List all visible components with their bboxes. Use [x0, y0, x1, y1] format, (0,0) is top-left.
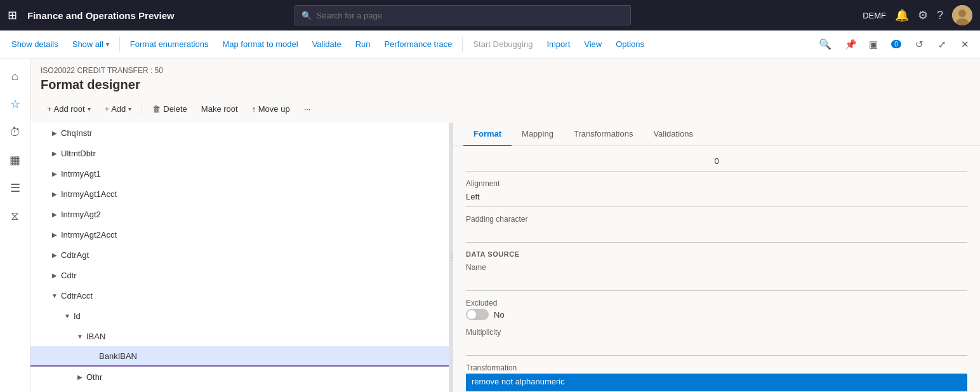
length-value[interactable]: 0	[466, 154, 967, 172]
view-button[interactable]: View	[578, 33, 608, 56]
list-item[interactable]: ▶ ChqInstr	[30, 123, 449, 143]
tab-mapping[interactable]: Mapping	[512, 123, 564, 146]
multiplicity-value[interactable]	[466, 338, 967, 356]
toolbar-separator-1	[119, 37, 120, 52]
name-value[interactable]	[466, 273, 967, 291]
tab-format[interactable]: Format	[463, 123, 512, 146]
validate-button[interactable]: Validate	[306, 33, 348, 56]
sidebar-clock-icon[interactable]: ⏱	[3, 119, 28, 145]
transformation-label: Transformation	[466, 363, 967, 372]
expand-chevron-icon: ▼	[61, 309, 74, 322]
badge-icon[interactable]: 0	[886, 34, 906, 55]
expand-chevron-icon: ▶	[48, 208, 61, 220]
start-debugging-button[interactable]: Start Debugging	[467, 33, 539, 56]
sidebar-filter-icon[interactable]: ⧖	[3, 203, 28, 229]
list-item[interactable]: ▼ CdtrAcct	[30, 285, 449, 306]
list-item[interactable]: ▶ IntrmyAgt1Acct	[30, 184, 449, 204]
add-label: + Add	[105, 104, 126, 114]
detail-body: 0 Alignment Left Padding character DATA …	[453, 146, 980, 392]
content-split: ▶ ChqInstr ▶ UltmtDbtr ▶ IntrmyAgt1 ▶ In…	[30, 123, 980, 392]
delete-button[interactable]: 🗑 Delete	[146, 98, 194, 119]
page-header: ISO20022 CREDIT TRANSFER : 50 Format des…	[30, 58, 980, 95]
sidebar-home-icon[interactable]: ⌂	[3, 64, 28, 89]
make-root-button[interactable]: Make root	[195, 98, 244, 119]
alignment-value[interactable]: Left	[466, 189, 967, 207]
expand-chevron-icon: ▼	[48, 289, 61, 302]
format-enumerations-button[interactable]: Format enumerations	[124, 33, 215, 56]
search-input[interactable]	[317, 11, 624, 20]
alignment-label: Alignment	[466, 179, 967, 188]
list-item[interactable]: ▼ IBAN	[30, 326, 449, 346]
excluded-toggle[interactable]	[466, 309, 489, 320]
excluded-label: Excluded	[466, 299, 967, 308]
list-item[interactable]: ▶ UltmtDbtr	[30, 143, 449, 163]
more-button[interactable]: ···	[298, 98, 317, 119]
sub-separator-1	[142, 102, 142, 115]
map-format-to-model-button[interactable]: Map format to model	[216, 33, 304, 56]
search-bar[interactable]: 🔍	[295, 5, 631, 25]
tree-item-label: BankIBAN	[99, 351, 137, 361]
refresh-icon[interactable]: ↺	[909, 34, 929, 55]
split-icon[interactable]: ▣	[863, 34, 884, 55]
top-navigation: ⊞ Finance and Operations Preview 🔍 DEMF …	[0, 0, 980, 30]
close-icon[interactable]: ✕	[955, 34, 975, 55]
toolbar-search-icon[interactable]: 🔍	[814, 36, 837, 53]
avatar[interactable]	[952, 5, 972, 25]
tree-item-label: IntrmyAgt1Acct	[61, 189, 117, 199]
delete-label: Delete	[163, 104, 187, 114]
page-title: Format designer	[41, 78, 970, 92]
tree-item-label: IntrmyAgt2Acct	[61, 230, 117, 240]
add-root-button[interactable]: + Add root	[41, 98, 97, 119]
add-button[interactable]: + Add	[98, 98, 138, 119]
tab-transformations[interactable]: Transformations	[564, 123, 643, 146]
sub-toolbar: + Add root + Add 🗑 Delete Make root ↑ Mo…	[30, 95, 980, 123]
detail-tabs: Format Mapping Transformations Validatio…	[453, 123, 980, 146]
pin-icon[interactable]: 📌	[840, 34, 861, 55]
run-button[interactable]: Run	[349, 33, 377, 56]
list-item[interactable]: ▶ IntrmyAgt2	[30, 204, 449, 224]
grid-icon[interactable]: ⊞	[8, 8, 17, 22]
show-details-button[interactable]: Show details	[5, 33, 65, 56]
list-item[interactable]: ▶ Cdtr	[30, 265, 449, 285]
list-item[interactable]: ▶ IntrmyAgt2Acct	[30, 224, 449, 245]
tree-item-label: IBAN	[86, 332, 105, 341]
options-button[interactable]: Options	[609, 33, 651, 56]
expand-chevron-icon: ▶	[48, 126, 61, 139]
add-root-label: + Add root	[47, 104, 85, 114]
performance-trace-button[interactable]: Performance trace	[378, 33, 459, 56]
settings-icon[interactable]: ⚙	[918, 8, 928, 22]
tree-item-label: ChqInstr	[61, 128, 92, 138]
sidebar-star-icon[interactable]: ☆	[3, 91, 28, 117]
help-icon[interactable]: ?	[937, 9, 943, 22]
sidebar-icons: ⌂ ☆ ⏱ ▦ ☰ ⧖	[0, 58, 30, 392]
nav-right-area: DEMF 🔔 ⚙ ?	[863, 5, 972, 25]
import-button[interactable]: Import	[540, 33, 576, 56]
list-item[interactable]: ▶ IntrmyAgt1	[30, 163, 449, 184]
page-area: ⌂ ☆ ⏱ ▦ ☰ ⧖ ISO20022 CREDIT TRANSFER : 5…	[0, 58, 980, 392]
svg-point-1	[958, 10, 966, 17]
list-item[interactable]: ▶ Othr	[30, 367, 449, 387]
tab-validations[interactable]: Validations	[643, 123, 703, 146]
excluded-value: No	[494, 310, 505, 320]
breadcrumb: ISO20022 CREDIT TRANSFER : 50	[41, 66, 970, 75]
list-item[interactable]: ▶ CdtrAgt	[30, 245, 449, 265]
tree-item-label: IntrmyAgt1	[61, 169, 101, 179]
show-all-button[interactable]: Show all	[66, 33, 116, 56]
padding-char-value[interactable]	[466, 225, 967, 243]
tree-panel: ▶ ChqInstr ▶ UltmtDbtr ▶ IntrmyAgt1 ▶ In…	[30, 123, 449, 392]
tree-item-label: CdtrAgt	[61, 250, 89, 260]
move-up-button[interactable]: ↑ Move up	[246, 98, 296, 119]
sidebar-list-icon[interactable]: ☰	[3, 175, 28, 201]
list-item[interactable]: ▼ Id	[30, 306, 449, 326]
expand-chevron-icon: ▶	[48, 167, 61, 180]
delete-icon: 🗑	[152, 104, 161, 114]
list-item[interactable]: BankIBAN	[30, 346, 449, 367]
tree-item-label: UltmtDbtr	[61, 149, 96, 158]
expand-chevron-icon: ▶	[48, 228, 61, 241]
notification-icon[interactable]: 🔔	[895, 8, 909, 22]
list-item[interactable]: ▶ Tp	[30, 387, 449, 392]
transformation-value[interactable]: remove not alphanumeric	[466, 374, 967, 391]
expand-chevron-icon	[86, 349, 99, 362]
expand-icon[interactable]: ⤢	[932, 34, 952, 55]
sidebar-table-icon[interactable]: ▦	[3, 147, 28, 173]
